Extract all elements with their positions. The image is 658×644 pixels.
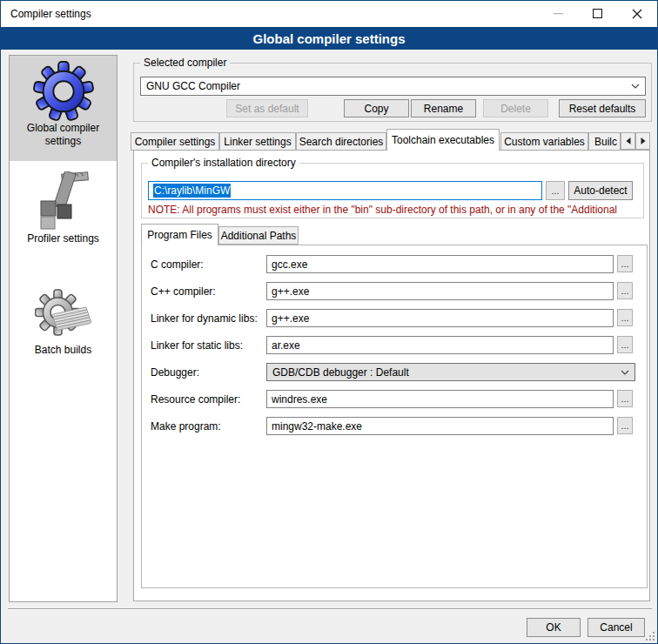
linker-dynamic-browse-button[interactable]: ... [617,309,633,326]
selected-compiler-group-label: Selected compiler [140,57,230,69]
linker-dynamic-label: Linker for dynamic libs: [151,312,258,325]
tab-scroll-right-button[interactable] [635,132,650,150]
minimize-button[interactable] [539,1,578,26]
cpp-compiler-label: C++ compiler: [151,285,216,298]
tab-search-directories[interactable]: Search directories [296,132,386,151]
reset-defaults-button[interactable]: Reset defaults [559,99,646,117]
sidebar-item-batch-builds[interactable]: Batch builds [10,288,117,384]
compiler-settings-dialog: Compiler settings Global compiler settin… [0,0,658,644]
make-program-label: Make program: [151,420,221,433]
cpp-compiler-row: C++ compiler: ... [142,282,647,301]
copy-button[interactable]: Copy [344,99,409,117]
sidebar-item-label: Global compiler settings [15,122,112,148]
linker-static-label: Linker for static libs: [151,339,243,352]
linker-static-input[interactable] [266,336,614,354]
sidebar-item-profiler-settings[interactable]: Profiler settings [10,171,117,262]
chevron-down-icon [631,84,640,89]
installation-directory-input[interactable]: C:\raylib\MinGW [148,181,542,200]
selected-compiler-group: Selected compiler GNU GCC Compiler Set a… [133,63,652,122]
cancel-button[interactable]: Cancel [588,618,645,637]
linker-static-row: Linker for static libs: ... [142,336,647,355]
gray-gear-stack-icon [35,288,92,344]
close-icon [632,9,642,19]
arrow-left-icon [626,138,631,144]
window-title: Compiler settings [10,1,91,27]
bin-subdirectory-note: NOTE: All programs must exist either in … [148,204,642,216]
cpp-compiler-browse-button[interactable]: ... [617,282,633,299]
maximize-icon [593,9,602,18]
tab-build-options-truncated[interactable]: Builc [588,132,621,151]
c-compiler-input[interactable] [266,255,614,273]
linker-static-browse-button[interactable]: ... [617,336,633,353]
delete-button[interactable]: Delete [483,99,548,117]
debugger-select-value: GDB/CDB debugger : Default [272,366,409,379]
chevron-down-icon [621,370,629,375]
program-files-page: C compiler: ... C++ compiler: ... Linker… [141,245,648,588]
close-button[interactable] [617,1,656,26]
resource-compiler-browse-button[interactable]: ... [617,390,633,407]
installation-directory-group-label: Compiler's installation directory [148,157,299,169]
tab-linker-settings[interactable]: Linker settings [219,132,296,151]
resource-compiler-label: Resource compiler: [151,393,240,406]
tab-custom-variables[interactable]: Custom variables [500,132,588,151]
minimize-icon [554,13,563,15]
settings-category-list: Global compiler settings Profiler settin… [9,55,118,602]
resize-grip[interactable] [646,632,655,641]
make-program-input[interactable] [266,417,614,435]
sidebar-item-label: Profiler settings [15,232,112,245]
sidebar-item-global-compiler-settings[interactable]: Global compiler settings [10,56,117,161]
compiler-select[interactable]: GNU GCC Compiler [140,77,646,96]
caliper-icon [33,171,94,232]
debugger-row: Debugger: GDB/CDB debugger : Default [142,363,647,382]
make-program-browse-button[interactable]: ... [617,417,633,434]
auto-detect-button[interactable]: Auto-detect [568,181,633,200]
titlebar: Compiler settings [1,1,657,27]
c-compiler-row: C compiler: ... [142,255,647,274]
make-program-row: Make program: ... [142,417,647,436]
compiler-select-value: GNU GCC Compiler [146,80,240,92]
debugger-select[interactable]: GDB/CDB debugger : Default [266,363,635,381]
maximize-button[interactable] [578,1,617,26]
set-as-default-button[interactable]: Set as default [226,99,308,117]
arrow-right-icon [641,138,646,144]
cpp-compiler-input[interactable] [266,282,614,300]
resource-compiler-row: Resource compiler: ... [142,390,647,409]
c-compiler-label: C compiler: [151,258,204,271]
tab-scroll-left-button[interactable] [621,132,635,150]
resource-compiler-input[interactable] [266,390,614,408]
toolchain-executables-panel: Compiler's installation directory C:\ray… [133,150,650,601]
dialog-banner: Global compiler settings [1,27,657,50]
sidebar-item-label: Batch builds [15,344,112,357]
tab-toolchain-executables[interactable]: Toolchain executables [386,129,500,151]
installation-directory-browse-button[interactable]: ... [546,181,565,200]
subtab-program-files[interactable]: Program Files [141,224,218,245]
subtab-additional-paths[interactable]: Additional Paths [218,226,299,245]
installation-directory-value: C:\raylib\MinGW [153,184,231,198]
rename-button[interactable]: Rename [411,99,476,117]
tab-compiler-settings[interactable]: Compiler settings [131,132,219,151]
blue-gear-icon [33,61,94,122]
linker-dynamic-input[interactable] [266,309,614,327]
linker-dynamic-row: Linker for dynamic libs: ... [142,309,647,328]
debugger-label: Debugger: [151,366,199,379]
c-compiler-browse-button[interactable]: ... [617,255,633,272]
ok-button[interactable]: OK [527,618,581,637]
installation-directory-group: Compiler's installation directory C:\ray… [141,163,644,218]
banner-title: Global compiler settings [252,31,405,46]
footer-divider [8,608,652,610]
